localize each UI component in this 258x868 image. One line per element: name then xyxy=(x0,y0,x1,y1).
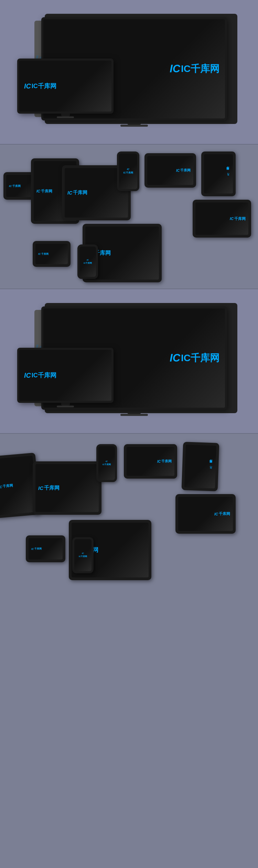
phone-bottom: ICIC千库网 xyxy=(77,244,98,279)
tablet-portrait-right: IC千库网 xyxy=(201,151,236,196)
tpfr-screen: IC千库网 xyxy=(184,445,216,488)
monitor-front-base-2 xyxy=(57,406,74,407)
ttr-logo: IC千库网 xyxy=(176,168,191,173)
tlr2-logo: IC千库网 xyxy=(214,511,230,516)
tl1-logo: IC千库网 xyxy=(67,190,87,196)
tpfr-logo: IC千库网 xyxy=(209,465,213,469)
tablet-portrait-fr: IC千库网 xyxy=(182,442,219,491)
tlr-logo: IC千库网 xyxy=(230,216,246,221)
section-monitor-top: IC千库网 IC IC千库网 IC IC千库网 xyxy=(0,0,258,145)
tablet-landscape-right: IC千库网 xyxy=(193,200,251,238)
section-multidevice-top: IC千库网 IC千库网 IC千库网 xyxy=(0,145,258,289)
section-monitor-bottom: IC千库网 IC IC千库网 IC IC千库网 xyxy=(0,289,258,434)
tablet-med-cl: IC千库网 xyxy=(33,461,101,515)
phb2-screen: ICIC千库网 xyxy=(74,539,92,571)
tlr2-screen: IC千库网 xyxy=(178,497,233,531)
brand-label-3: IC千库网 xyxy=(181,352,219,365)
ttr-screen: IC千库网 xyxy=(147,156,193,185)
ph1-screen: ICIC千库网 xyxy=(119,154,137,189)
monitor-front-logo: IC IC千库网 xyxy=(24,82,56,90)
ts1-logo: IC千库网 xyxy=(9,184,21,188)
monitor-stand xyxy=(127,121,141,125)
tm1-logo: IC千库网 xyxy=(36,189,52,194)
tsb-logo: IC千库网 xyxy=(38,252,49,256)
tpr-screen: IC千库网 xyxy=(204,154,233,194)
monitor-base xyxy=(120,125,148,127)
phtcl-logo: ICIC千库网 xyxy=(103,460,111,466)
tmcl-screen: IC千库网 xyxy=(35,464,99,512)
monitor-stand-2 xyxy=(127,410,141,414)
phb-screen: ICIC千库网 xyxy=(79,247,96,277)
ic-letter: IC xyxy=(170,63,180,75)
monitor-front-body: IC IC千库网 xyxy=(17,59,114,114)
tablet-landscape-tr2: IC千库网 xyxy=(124,444,177,479)
tmcl-logo: IC千库网 xyxy=(38,485,60,491)
tsbl2-screen: IC千库网 xyxy=(29,538,63,560)
monitor-front: IC IC千库网 xyxy=(17,59,114,118)
brand-label-4: IC千库网 xyxy=(32,371,56,379)
phone-top-center: ICIC千库网 xyxy=(117,151,139,191)
tdl-logo: IC千库网 xyxy=(0,483,13,490)
tablet-landscape-r2: IC千库网 xyxy=(175,494,236,534)
monitor-front-screen: IC IC千库网 xyxy=(19,61,111,112)
monitor-back-logo-2: IC IC千库网 xyxy=(170,352,219,365)
ttr2-logo: IC千库网 xyxy=(157,459,172,464)
monitor-front-base xyxy=(57,116,74,118)
monitor-front-stand xyxy=(61,114,70,116)
phb2-logo: ICIC千库网 xyxy=(79,552,87,558)
tablet-landscape-tr: IC千库网 xyxy=(144,153,196,188)
monitor-back-logo: IC IC千库网 xyxy=(170,62,219,75)
monitor-front-2: IC IC千库网 xyxy=(17,348,114,407)
tsbl2-logo: IC千库网 xyxy=(31,547,42,551)
monitor-front-screen-2: IC IC千库网 xyxy=(19,350,111,401)
section-multidevice-bottom: IC千库网 IC千库网 ICIC千库网 xyxy=(0,434,258,599)
phone-bottom2: ICIC千库网 xyxy=(72,537,94,573)
tablet-small-bottom: IC千库网 xyxy=(33,241,71,267)
monitor-front-logo-2: IC IC千库网 xyxy=(24,371,56,379)
phone-tcl: ICIC千库网 xyxy=(96,444,117,482)
tpr-logo: IC千库网 xyxy=(226,172,230,176)
ttr2-screen: IC千库网 xyxy=(127,447,174,476)
brand-label: IC千库网 xyxy=(181,62,219,75)
monitor-front-body-2: IC IC千库网 xyxy=(17,348,114,403)
phb-logo: ICIC千库网 xyxy=(84,259,92,265)
monitor-front-stand-2 xyxy=(61,403,70,406)
monitor-base-2 xyxy=(120,414,148,416)
tlr-screen: IC千库网 xyxy=(195,202,248,235)
brand-label-2: IC千库网 xyxy=(32,82,56,90)
phtcl-screen: ICIC千库网 xyxy=(98,446,115,480)
tdl-screen: IC千库网 xyxy=(0,456,37,515)
tsb-screen: IC千库网 xyxy=(35,244,68,264)
ph1-logo: ICIC千库网 xyxy=(123,168,133,175)
tablet-small-bl2: IC千库网 xyxy=(26,535,65,562)
